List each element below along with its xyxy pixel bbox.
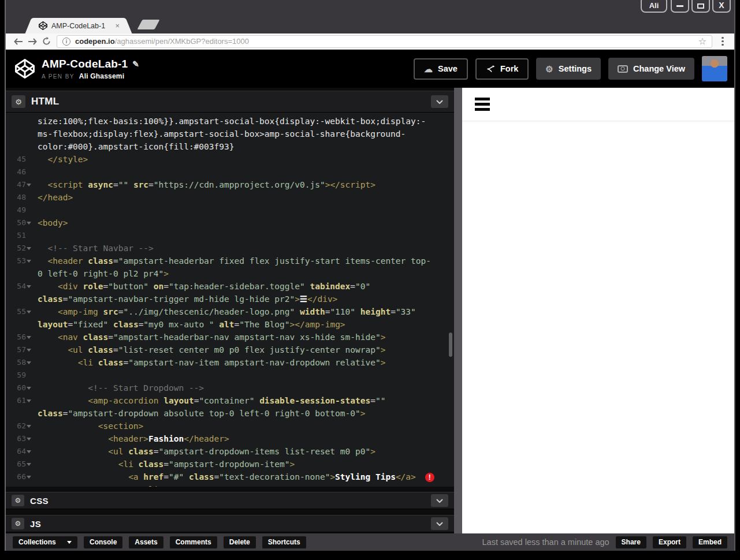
code-line[interactable]: 60 <!-- Start Dropdown -->	[6, 382, 454, 394]
code-line[interactable]: class="ampstart-navbar-trigger md-hide l…	[6, 293, 454, 305]
fold-arrow-icon[interactable]	[26, 398, 32, 404]
fold-arrow-icon[interactable]	[26, 309, 32, 315]
code-line[interactable]: 45 </style>	[6, 153, 454, 166]
css-settings-gear-icon[interactable]: ⚙	[12, 495, 24, 506]
comments-button[interactable]: Comments	[170, 536, 217, 548]
fold-arrow-icon[interactable]	[26, 182, 32, 188]
fold-arrow-icon[interactable]	[26, 461, 32, 467]
bookmark-star-icon[interactable]: ☆	[698, 37, 706, 46]
code-line[interactable]: 67 </li>	[6, 483, 454, 487]
code-line[interactable]: 49	[6, 204, 454, 216]
code-line[interactable]: 46	[6, 166, 454, 178]
code-text: <nav class="ampstart-headerbar-nav ampst…	[34, 331, 385, 344]
code-line[interactable]: 59	[6, 369, 454, 382]
code-line[interactable]: 53 <header class="ampstart-headerbar fix…	[6, 255, 454, 267]
forward-button[interactable]	[25, 38, 39, 45]
code-line[interactable]: 50<body>	[6, 216, 454, 229]
url-bar[interactable]: i codepen.io/aghassemi/pen/XMKbGP?editor…	[57, 35, 712, 48]
code-line[interactable]: 57 <ul class="list-reset center m0 p0 fl…	[6, 344, 454, 356]
assets-button[interactable]: Assets	[129, 536, 163, 548]
code-line[interactable]: 58 <li class="ampstart-nav-item ampstart…	[6, 356, 454, 369]
byline: A PEN BY Ali Ghassemi	[42, 72, 139, 80]
code-text: layout="fixed" class="my0 mx-auto " alt=…	[34, 318, 345, 331]
css-panel-header[interactable]: ⚙ CSS	[6, 492, 454, 509]
code-line[interactable]: 52 <!-- Start Navbar -->	[6, 242, 454, 255]
code-line[interactable]: 48</head>	[6, 191, 454, 204]
info-circle-icon[interactable]: i	[62, 38, 70, 46]
code-line[interactable]: size:100%;flex-basis:100%}}.ampstart-soc…	[6, 115, 454, 128]
code-line[interactable]: color:#000}.ampstart-icon{fill:#003f93}	[6, 140, 454, 153]
fold-arrow-icon[interactable]	[26, 258, 32, 264]
code-line[interactable]: 63 <header>Fashion</header>	[6, 432, 454, 445]
html-settings-gear-icon[interactable]: ⚙	[12, 95, 25, 108]
embed-button[interactable]: Embed	[693, 536, 727, 548]
error-badge-icon[interactable]: !	[425, 473, 434, 482]
code-line[interactable]: 65 <li class="ampstart-dropdown-item">	[6, 458, 454, 471]
console-button[interactable]: Console	[84, 536, 122, 548]
profile-button[interactable]: Ali	[641, 0, 667, 13]
fold-arrow-icon[interactable]	[26, 220, 32, 226]
code-line[interactable]: 55 <amp-img src="../img/thescenic/header…	[6, 305, 454, 318]
hamburger-menu-icon[interactable]	[475, 95, 490, 113]
reload-button[interactable]	[39, 37, 53, 46]
html-collapse-button[interactable]	[431, 95, 448, 108]
fold-arrow-icon[interactable]	[26, 423, 32, 429]
code-line[interactable]: 61 <amp-accordion layout="container" dis…	[6, 394, 454, 407]
code-line[interactable]: 62 <section>	[6, 420, 454, 432]
code-text: 0 left-0 right-0 pl2 pr4">	[34, 267, 169, 280]
browser-menu-button[interactable]	[717, 37, 728, 46]
new-tab-button[interactable]	[137, 20, 159, 29]
browser-tab[interactable]: AMP-CodeLab-1 ×	[33, 18, 124, 33]
fold-arrow-icon[interactable]	[26, 283, 32, 289]
fold-arrow-icon[interactable]	[26, 385, 32, 391]
change-view-button[interactable]: Change View	[608, 58, 694, 80]
close-window-button[interactable]: X	[712, 0, 731, 13]
fold-arrow-icon[interactable]	[26, 347, 32, 353]
code-text: <amp-accordion layout="container" disabl…	[34, 394, 385, 407]
code-text: <a href="#" class="text-decoration-none"…	[34, 471, 434, 483]
code-line[interactable]: 66 <a href="#" class="text-decoration-no…	[6, 471, 454, 483]
editor-scrollbar[interactable]	[449, 333, 452, 357]
js-collapse-button[interactable]	[431, 517, 448, 530]
code-line[interactable]: class="ampstart-dropdown absolute top-0 …	[6, 407, 454, 420]
fold-arrow-icon[interactable]	[26, 245, 32, 251]
html-code-editor[interactable]: size:100%;flex-basis:100%}}.ampstart-soc…	[6, 113, 454, 487]
js-panel-header[interactable]: ⚙ JS	[6, 515, 454, 532]
fork-button[interactable]: Fork	[475, 58, 529, 80]
minimize-button[interactable]	[671, 0, 689, 13]
shortcuts-button[interactable]: Shortcuts	[262, 536, 306, 548]
js-settings-gear-icon[interactable]: ⚙	[12, 518, 24, 529]
css-collapse-button[interactable]	[431, 494, 448, 507]
export-button[interactable]: Export	[653, 536, 686, 548]
delete-button[interactable]: Delete	[224, 536, 256, 548]
tab-close-icon[interactable]: ×	[115, 21, 120, 30]
code-line[interactable]: ms-flexbox;display:flex}.ampstart-social…	[6, 128, 454, 140]
share-button[interactable]: Share	[616, 536, 646, 548]
fold-arrow-icon[interactable]	[26, 449, 32, 454]
line-number: 58	[17, 356, 26, 369]
panel-divider[interactable]	[454, 88, 462, 533]
code-line[interactable]: layout="fixed" class="my0 mx-auto " alt=…	[6, 318, 454, 331]
fold-arrow-icon[interactable]	[26, 474, 32, 480]
footer-bar: Collections Console Assets Comments Dele…	[6, 533, 734, 551]
code-line[interactable]: 0 left-0 right-0 pl2 pr4">	[6, 267, 454, 280]
fold-arrow-icon[interactable]	[26, 436, 32, 442]
code-line[interactable]: 51	[6, 229, 454, 242]
code-line[interactable]: 64 <ul class="ampstart-dropdown-items li…	[6, 445, 454, 458]
edit-pencil-icon[interactable]: ✎	[132, 59, 139, 69]
code-text: </head>	[34, 191, 73, 204]
collections-dropdown[interactable]: Collections	[13, 536, 77, 548]
author-link[interactable]: Ali Ghassemi	[79, 72, 124, 80]
code-line[interactable]: 47 <script async="" src="https://cdn.amp…	[6, 178, 454, 191]
code-line[interactable]: 56 <nav class="ampstart-headerbar-nav am…	[6, 331, 454, 344]
gutter: 66	[6, 471, 34, 483]
back-button[interactable]	[12, 38, 25, 45]
save-button[interactable]: ☁ Save	[414, 58, 468, 80]
html-panel-header[interactable]: ⚙ HTML	[6, 91, 454, 113]
avatar[interactable]	[702, 56, 727, 81]
settings-button[interactable]: ⚙ Settings	[536, 58, 601, 80]
fold-arrow-icon[interactable]	[26, 360, 32, 365]
code-line[interactable]: 54 <div role="button" on="tap:header-sid…	[6, 280, 454, 293]
maximize-button[interactable]	[691, 0, 710, 13]
fold-arrow-icon[interactable]	[26, 334, 32, 340]
